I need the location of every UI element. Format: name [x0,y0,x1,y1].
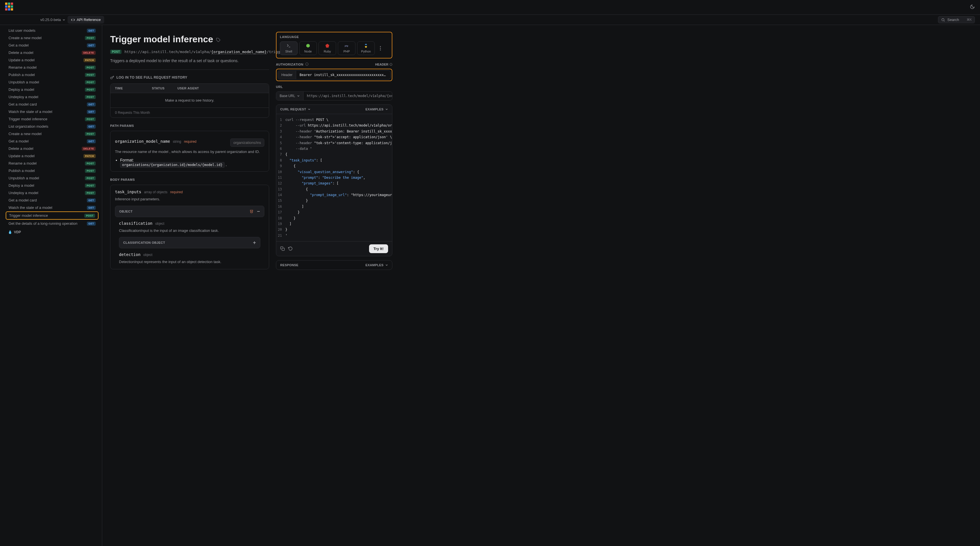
sidebar-item[interactable]: Watch the state of a modelGET [6,108,99,115]
auth-mode[interactable]: HEADER [375,63,392,66]
info-icon[interactable] [305,62,309,67]
base-url-row: Base URL https://api.instill.tech/model/… [276,91,392,100]
method-badge: GET [87,222,95,225]
expand-toggle[interactable]: + [253,240,256,245]
sidebar-item[interactable]: Unpublish a modelPOST [6,79,99,86]
method-badge: POST [85,88,95,92]
chevron-down-icon [385,263,388,267]
method-badge: GET [87,110,95,114]
method-badge: POST [85,73,95,77]
svg-rect-5 [11,5,13,8]
sidebar-item[interactable]: Get a modelGET [6,42,99,49]
sidebar-item-label: Get a model card [8,198,87,202]
sidebar-item[interactable]: Delete a modelDELETE [6,49,99,56]
curl-request-dropdown[interactable]: CURL REQUEST [280,108,310,111]
sidebar-item[interactable]: Get a model cardGET [6,101,99,108]
language-tile-python[interactable]: Python [357,41,375,55]
sidebar-item[interactable]: Create a new modelPOST [6,34,99,41]
base-url-key[interactable]: Base URL [276,92,304,100]
url-path-var[interactable]: {organization_model_name} [211,50,267,54]
sidebar-item[interactable]: Publish a modelPOST [6,167,99,174]
endpoint-row: POST https://api.instill.tech/model/v1al… [110,50,269,54]
language-more[interactable] [377,46,384,51]
shell-icon [286,43,291,49]
php-icon: php [344,43,349,49]
search-input[interactable]: Search ⌘K [938,16,975,23]
sidebar-item-label: Undeploy a model [8,95,85,99]
svg-rect-1 [8,3,10,5]
svg-rect-0 [5,3,7,5]
sidebar-item-label: Update a model [8,58,83,62]
api-reference-tab[interactable]: API Reference [68,16,104,24]
base-url-value: https://api.instill.tech/model/v1alpha/{… [304,92,392,100]
sidebar-section[interactable]: 💧VDP [6,227,99,235]
sidebar-item-label: Rename a model [8,65,85,70]
theme-toggle[interactable] [970,4,975,10]
svg-rect-2 [11,3,13,5]
response-examples-dropdown[interactable]: EXAMPLES [365,263,388,267]
logo [5,3,15,12]
sidebar-item[interactable]: Undeploy a modelPOST [6,189,99,196]
trash-icon[interactable] [250,209,253,214]
language-tile-shell[interactable]: Shell [280,41,298,55]
tag-icon [216,34,221,44]
sidebar-item[interactable]: Rename a modelPOST [6,160,99,167]
chevron-down-icon [385,108,388,111]
examples-dropdown[interactable]: EXAMPLES [365,108,388,111]
language-tile-php[interactable]: phpPHP [338,41,355,55]
path-param-input[interactable] [230,138,264,147]
version-selector[interactable]: v0.25.0-beta [40,17,65,22]
info-icon [390,63,392,66]
svg-rect-4 [8,5,10,8]
subheader: v0.25.0-beta API Reference Search ⌘K [0,15,980,25]
method-badge: POST [85,65,95,70]
collapse-toggle[interactable]: − [257,209,260,214]
sidebar-item[interactable]: Watch the state of a modelGET [6,204,99,211]
sidebar-item[interactable]: Trigger model inferencePOST [6,211,99,220]
endpoint-url: https://api.instill.tech/model/v1alpha/{… [124,50,285,54]
method-badge: POST [85,36,95,40]
sidebar-item[interactable]: List user modelsGET [6,27,99,34]
sidebar-item[interactable]: Rename a modelPOST [6,64,99,71]
method-badge: PATCH [83,154,95,158]
sidebar-item[interactable]: Get a modelGET [6,138,99,145]
response-panel-head[interactable]: RESPONSE EXAMPLES [276,260,392,270]
sidebar-item[interactable]: Unpublish a modelPOST [6,175,99,182]
method-badge: POST [85,132,95,136]
language-tile-node[interactable]: Node [299,41,317,55]
login-prompt[interactable]: LOG IN TO SEE FULL REQUEST HISTORY [110,76,269,79]
sidebar-item-label: Get a model [8,139,87,143]
sidebar-item[interactable]: Get a model cardGET [6,197,99,204]
sidebar-item[interactable]: Undeploy a modelPOST [6,94,99,100]
sidebar-item[interactable]: Delete a modelDELETE [6,145,99,152]
language-tile-ruby[interactable]: Ruby [318,41,336,55]
sidebar-item[interactable]: Deploy a modelPOST [6,86,99,93]
sidebar-item[interactable]: Create a new modelPOST [6,130,99,137]
reset-icon[interactable] [288,246,293,251]
sidebar-item[interactable]: List organization modelsGET [6,123,99,130]
svg-rect-7 [8,8,10,11]
method-badge: POST [85,95,95,99]
code-body[interactable]: 1curl --request POST \2 --url https://ap… [276,114,392,241]
try-it-button[interactable]: Try It! [369,244,388,253]
sidebar-item-label: Delete a model [8,146,82,151]
body-param-desc: Inference input parameters. [115,196,264,202]
sidebar-item[interactable]: Trigger model inferencePOST [6,116,99,122]
sidebar-item[interactable]: Update a modelPATCH [6,57,99,63]
sidebar-item[interactable]: Get the details of a long-running operat… [6,220,99,227]
sidebar-item-label: Deploy a model [8,87,85,92]
method-badge: GET [87,43,95,48]
sidebar-item-label: Deploy a model [8,183,85,187]
method-badge: GET [87,29,95,33]
sidebar-item[interactable]: Update a modelPATCH [6,152,99,159]
body-param-card: task_inputs array of objects required In… [110,185,269,269]
col-status: STATUS [152,87,177,90]
sidebar-item[interactable]: Publish a modelPOST [6,71,99,78]
svg-point-18 [380,50,381,51]
version-label: v0.25.0-beta [40,17,61,22]
copy-icon[interactable] [280,246,285,251]
sidebar[interactable]: List user modelsGETCreate a new modelPOS… [0,25,102,546]
method-badge: POST [85,80,95,84]
sidebar-item[interactable]: Deploy a modelPOST [6,182,99,189]
auth-value[interactable]: Bearer instill_sk_xxxxxxxxxxxxxxxxxxxxxx… [296,71,390,79]
